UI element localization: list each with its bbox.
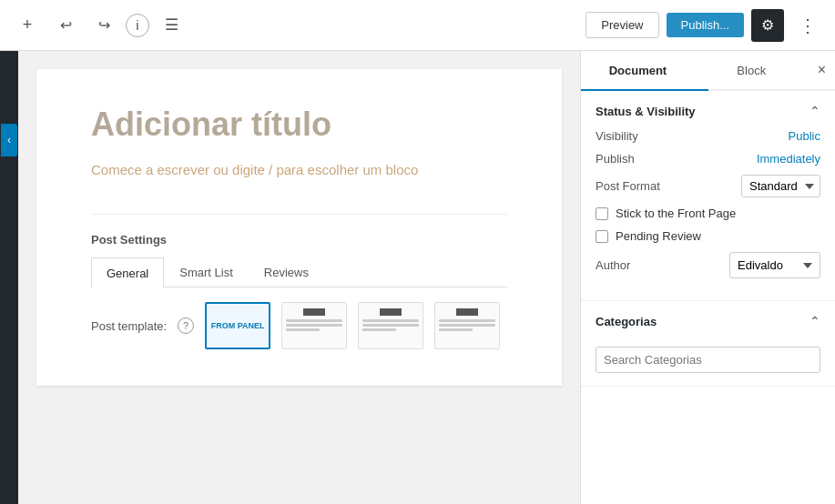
tab-indicator: [581, 89, 708, 91]
tab-document[interactable]: Document: [581, 51, 695, 89]
settings-button[interactable]: ⚙: [751, 9, 784, 42]
help-icon[interactable]: ?: [178, 318, 194, 334]
visibility-label: Visibility: [596, 129, 638, 143]
editor-content: Adicionar título Comece a escrever ou di…: [36, 69, 562, 386]
thumb-logo-3: [380, 308, 402, 316]
visibility-value[interactable]: Public: [789, 129, 820, 143]
redo-button[interactable]: ↪: [87, 9, 120, 42]
tab-general[interactable]: General: [91, 257, 164, 287]
status-visibility-section: Status & Visibility ⌃ Visibility Public …: [581, 91, 835, 301]
main-layout: ‹ Adicionar título Comece a escrever ou …: [0, 51, 835, 504]
info-button[interactable]: i: [126, 14, 149, 37]
panel-tabs: Document Block ×: [581, 51, 835, 91]
panel-close-button[interactable]: ×: [809, 51, 835, 89]
publish-row: Publish Immediately: [596, 152, 820, 166]
stick-front-checkbox[interactable]: [596, 207, 608, 220]
pending-review-label: Pending Review: [616, 229, 701, 243]
thumb-lines-4: [435, 319, 499, 331]
editor-divider: [91, 214, 507, 215]
template-thumb-2[interactable]: [281, 302, 347, 349]
pending-review-checkbox[interactable]: [596, 230, 608, 243]
thumb-lines-3: [359, 319, 423, 331]
thumb-logo-4: [456, 308, 478, 316]
stick-front-row: Stick to the Front Page: [596, 207, 820, 220]
categories-title: Categorias: [596, 315, 657, 328]
more-button[interactable]: ⋮: [791, 9, 824, 42]
visibility-row: Visibility Public: [596, 129, 820, 143]
thumb-line: [286, 319, 342, 322]
publish-value[interactable]: Immediately: [757, 152, 820, 166]
preview-button[interactable]: Preview: [586, 12, 658, 38]
toolbar-right: Preview Publish... ⚙ ⋮: [586, 9, 824, 42]
tab-smart-list[interactable]: Smart List: [164, 257, 249, 287]
thumb-line: [286, 324, 342, 327]
categories-section: Categorias ⌃: [581, 301, 835, 387]
template-thumb-3[interactable]: [358, 302, 423, 349]
post-template-row: Post template: ? FROM PANEL: [91, 302, 507, 349]
undo-button[interactable]: ↩: [49, 9, 82, 42]
post-title: Adicionar título: [91, 106, 507, 144]
status-visibility-title: Status & Visibility: [596, 105, 696, 118]
thumb-line: [439, 328, 473, 331]
gear-icon: ⚙: [761, 16, 774, 34]
author-select[interactable]: Edivaldo Admin: [729, 252, 820, 278]
pending-review-row: Pending Review: [596, 229, 820, 243]
chevron-left-icon: ‹: [7, 134, 11, 146]
post-template-label: Post template:: [91, 319, 167, 333]
post-format-row: Post Format Standard Aside Image Video Q…: [596, 175, 820, 197]
author-label: Author: [596, 258, 630, 272]
template-thumb-from-panel[interactable]: FROM PANEL: [205, 302, 270, 349]
tab-reviews[interactable]: Reviews: [249, 257, 324, 287]
post-format-label: Post Format: [596, 179, 660, 193]
thumb-line: [362, 324, 419, 327]
thumb-lines-2: [282, 319, 346, 331]
menu-button[interactable]: ☰: [155, 9, 188, 42]
chevron-up-icon: ⌃: [810, 104, 820, 118]
publish-label: Publish: [596, 152, 635, 166]
editor-area: Adicionar título Comece a escrever ou di…: [18, 51, 580, 504]
post-format-select[interactable]: Standard Aside Image Video Quote: [741, 175, 820, 197]
collapse-sidebar-button[interactable]: ‹: [1, 124, 17, 156]
post-settings-tabs: General Smart List Reviews: [91, 257, 507, 287]
thumb-logo-2: [303, 308, 325, 316]
thumb-line: [362, 328, 396, 331]
toolbar-left: + ↩ ↪ i ☰: [11, 9, 582, 42]
template-from-panel-label: FROM PANEL: [211, 321, 265, 330]
chevron-up-icon-categories: ⌃: [810, 314, 820, 328]
post-settings-heading: Post Settings: [91, 233, 507, 247]
thumb-line: [439, 324, 495, 327]
toolbar: + ↩ ↪ i ☰ Preview Publish... ⚙ ⋮: [0, 0, 835, 51]
more-icon: ⋮: [799, 15, 817, 36]
thumb-line: [439, 319, 495, 322]
post-body-placeholder: Comece a escrever ou digite / para escol…: [91, 162, 507, 177]
tab-block[interactable]: Block: [695, 51, 809, 89]
template-thumb-4[interactable]: [434, 302, 500, 349]
thumb-line: [286, 328, 320, 331]
publish-button[interactable]: Publish...: [667, 13, 744, 37]
thumb-line: [362, 319, 419, 322]
author-row: Author Edivaldo Admin: [596, 252, 820, 278]
stick-front-label: Stick to the Front Page: [616, 207, 736, 220]
right-panel: Document Block × Status & Visibility ⌃ V…: [580, 51, 835, 504]
categories-header[interactable]: Categorias ⌃: [596, 314, 820, 328]
left-sidebar-strip: ‹: [0, 51, 18, 504]
categories-search-input[interactable]: [596, 347, 820, 373]
add-button[interactable]: +: [11, 9, 44, 42]
status-visibility-header[interactable]: Status & Visibility ⌃: [596, 104, 820, 118]
